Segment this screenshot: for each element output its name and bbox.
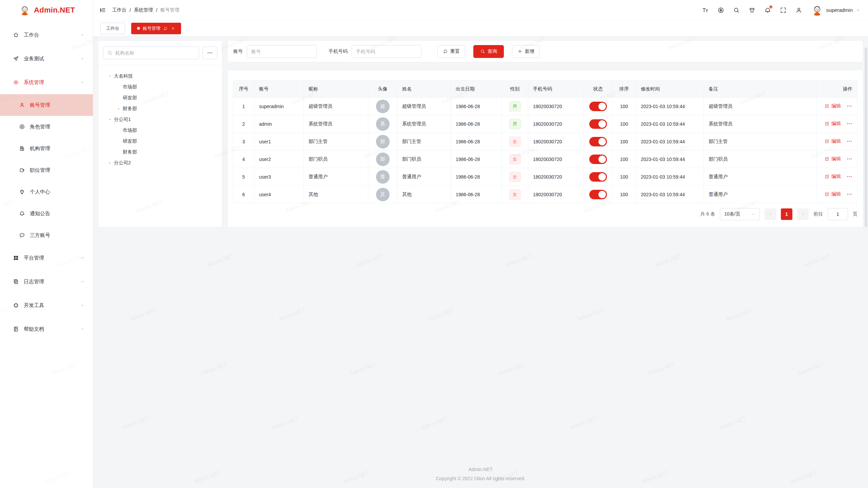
org-search[interactable]	[103, 46, 199, 59]
sidebar-item-position-mgmt[interactable]: 职位管理	[0, 159, 93, 181]
page-1-button[interactable]: 1	[781, 208, 792, 220]
status-toggle[interactable]	[589, 119, 607, 129]
breadcrumb-item[interactable]: 工作台	[112, 7, 126, 13]
breadcrumb-separator: /	[130, 7, 131, 13]
avatar: 普	[376, 170, 390, 184]
row-more-button[interactable]	[846, 103, 852, 109]
tree-node-财务部[interactable]: 财务部	[102, 103, 219, 114]
caret-down-icon[interactable]	[106, 117, 114, 122]
sidebar-item-notice[interactable]: 通知公告	[0, 203, 93, 224]
sidebar-item-profile-center[interactable]: 个人中心	[0, 181, 93, 203]
language-icon[interactable]	[717, 7, 724, 14]
tab-refresh-icon	[163, 26, 168, 31]
edit-button[interactable]: 编辑	[825, 174, 841, 180]
app-logo[interactable]: Admin.NET	[0, 0, 93, 20]
user-icon[interactable]	[795, 7, 802, 14]
row-more-button[interactable]	[846, 138, 852, 144]
tree-node-分公司1[interactable]: 分公司1	[102, 114, 219, 125]
sidebar-item-dev-tools[interactable]: 开发工具	[0, 293, 93, 317]
caret-right-icon[interactable]	[115, 106, 123, 111]
cell-account: superadmin	[254, 98, 304, 115]
tree-node-大名科技[interactable]: 大名科技	[102, 71, 219, 82]
edit-button[interactable]: 编辑	[825, 156, 841, 162]
font-size-icon[interactable]	[702, 7, 709, 14]
caret-right-icon[interactable]	[106, 160, 114, 166]
cell-remark: 超级管理员	[704, 98, 817, 115]
cell-sort: 100	[612, 150, 636, 168]
search-icon[interactable]	[733, 7, 740, 14]
cell-seq: 6	[233, 186, 254, 203]
sidebar-item-business-test[interactable]: 业务测试	[0, 47, 93, 70]
main-area: 工作台/系统管理/账号管理 superadmin 工作台账号管理 大	[93, 0, 868, 488]
tree-node-研发部[interactable]: 研发部	[102, 93, 219, 103]
edit-button[interactable]: 编辑	[825, 138, 841, 144]
row-more-button[interactable]	[846, 174, 852, 180]
notification-icon[interactable]	[764, 7, 771, 14]
row-actions: 编辑	[825, 103, 852, 109]
caret-down-icon[interactable]	[106, 74, 114, 79]
tab-账号管理[interactable]: 账号管理	[131, 23, 181, 34]
row-more-button[interactable]	[846, 121, 852, 127]
avatar: 系	[376, 117, 390, 131]
tab-工作台[interactable]: 工作台	[100, 23, 125, 34]
topbar-right: superadmin	[702, 4, 861, 16]
account-input[interactable]	[247, 45, 317, 58]
page-size-select[interactable]: 10条/页	[720, 208, 760, 220]
status-toggle[interactable]	[589, 172, 607, 182]
sidebar-item-workbench[interactable]: 工作台	[0, 23, 93, 47]
cell-status	[584, 150, 612, 168]
active-tab-dot	[137, 27, 140, 30]
org-search-input[interactable]	[115, 50, 195, 56]
sidebar-item-help-docs[interactable]: 帮助文档	[0, 317, 93, 341]
tree-node-市场部[interactable]: 市场部	[102, 125, 219, 136]
breadcrumb-item[interactable]: 系统管理	[134, 7, 153, 13]
cell-name: 部门主管	[397, 133, 451, 150]
prev-page-button[interactable]	[765, 208, 776, 220]
cell-nickname: 部门主管	[304, 133, 368, 150]
cell-operation: 编辑	[817, 98, 857, 115]
row-more-button[interactable]	[846, 191, 852, 197]
tree-node-市场部[interactable]: 市场部	[102, 82, 219, 93]
edit-button[interactable]: 编辑	[825, 103, 841, 109]
edit-button[interactable]: 编辑	[825, 121, 841, 127]
tree-node-研发部[interactable]: 研发部	[102, 136, 219, 147]
sidebar-item-role-mgmt[interactable]: 角色管理	[0, 116, 93, 138]
cell-birth: 1986-06-28	[451, 168, 502, 186]
cell-sort: 100	[612, 168, 636, 186]
fullscreen-icon[interactable]	[780, 7, 787, 14]
status-toggle[interactable]	[589, 137, 607, 146]
column-header-手机号码: 手机号码	[528, 81, 584, 98]
chevron-down-icon	[80, 279, 85, 284]
status-toggle[interactable]	[589, 102, 607, 111]
column-header-备注: 备注	[704, 81, 817, 98]
reset-button[interactable]: 重置	[437, 45, 465, 58]
tree-node-财务部[interactable]: 财务部	[102, 147, 219, 158]
sidebar-item-log-mgmt[interactable]: 日志管理	[0, 270, 93, 293]
chevron-right-icon	[801, 212, 805, 217]
sidebar-item-org-mgmt[interactable]: 机构管理	[0, 138, 93, 159]
add-button[interactable]: 新增	[512, 45, 540, 58]
user-menu[interactable]: superadmin	[811, 4, 861, 16]
search-button[interactable]: 查询	[473, 45, 504, 58]
tree-more-button[interactable]	[202, 46, 217, 59]
goto-page-input[interactable]	[828, 208, 848, 220]
next-page-button[interactable]	[797, 208, 809, 220]
menu-fold-icon[interactable]	[99, 7, 106, 14]
sidebar-item-system-mgmt[interactable]: 系统管理	[0, 70, 93, 94]
status-toggle[interactable]	[589, 190, 607, 199]
cpu-icon	[13, 302, 19, 308]
row-more-button[interactable]	[846, 156, 852, 162]
status-toggle[interactable]	[589, 155, 607, 164]
main-column: 账号 手机号码 重置 查询 新增	[227, 40, 863, 227]
phone-input[interactable]	[352, 45, 421, 58]
edit-button[interactable]: 编辑	[825, 191, 841, 197]
column-header-性别: 性别	[502, 81, 528, 98]
ellipsis-icon	[207, 50, 213, 56]
tree-node-分公司2[interactable]: 分公司2	[102, 158, 219, 168]
scrollbar-thumb[interactable]	[865, 47, 867, 227]
theme-icon[interactable]	[749, 7, 755, 14]
gender-badge: 女	[509, 154, 521, 164]
sidebar-item-platform-mgmt[interactable]: 平台管理	[0, 246, 93, 270]
sidebar-item-account-mgmt[interactable]: 账号管理	[0, 94, 93, 116]
sidebar-item-third-party-account[interactable]: 三方账号	[0, 224, 93, 246]
